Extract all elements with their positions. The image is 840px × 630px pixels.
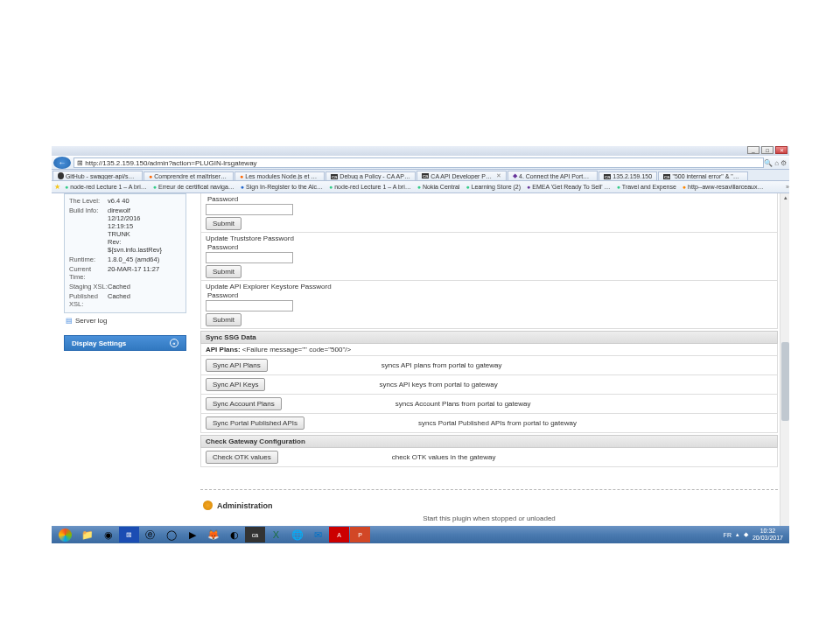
task-excel[interactable]: X — [266, 527, 286, 542]
task-firefox[interactable]: 🦊 — [203, 527, 223, 542]
api-plans-status: API Plans: API Plans: <Failure message="… — [200, 344, 778, 356]
windows-taskbar: 📁 ◉ ⊞ ⓔ ◯ ▶ 🦊 ◐ ca X 🌐 ✉ A P FR ▴ ◆ 10:3… — [52, 526, 789, 543]
task-ca[interactable]: ca — [245, 527, 265, 542]
browser-tab[interactable]: ●Les modules Node.js et NPM … — [234, 172, 325, 180]
truststore-title: Update Truststore Password — [206, 234, 773, 242]
info-row: Current Time:20-MAR-17 11:27 — [69, 265, 181, 281]
window-close-button[interactable]: ✕ — [775, 146, 788, 154]
info-row: Build Info:direwolf12/12/201612:19:15TRU… — [69, 206, 181, 254]
bookmarks-bar: ★ ●node-red Lecture 1 – A bri…●Erreur de… — [52, 181, 789, 193]
task-ie[interactable]: ⓔ — [140, 527, 160, 542]
system-info-panel: The Level:v6.4 40Build Info:direwolf12/1… — [64, 193, 186, 313]
sync-desc: syncs Portal Published APIs from portal … — [304, 419, 773, 427]
tray-icon-2[interactable]: ◆ — [744, 531, 748, 538]
browser-tab[interactable]: ◆4. Connect the API Portal to t… — [508, 171, 598, 180]
apiexp-title: Update API Explorer Keystore Password — [206, 283, 773, 290]
browser-tab[interactable]: caDebug a Policy - CA API Gate… — [326, 172, 416, 180]
task-outlook[interactable]: ✉ — [308, 527, 328, 542]
browser-tab[interactable]: ca135.2.159.150 — [598, 172, 657, 180]
task-app-1[interactable]: ◉ — [98, 527, 118, 542]
url-field[interactable]: ⊞ http://135.2.159.150/admin?action=PLUG… — [74, 158, 764, 168]
info-row: Staging XSL:Cached — [69, 283, 181, 290]
password-input[interactable] — [206, 204, 293, 215]
scroll-thumb[interactable] — [781, 342, 789, 421]
tray-icon[interactable]: ▴ — [736, 531, 739, 538]
info-row: The Level:v6.4 40 — [69, 197, 181, 205]
vertical-scrollbar[interactable]: ▴ ▾ — [780, 193, 789, 543]
bookmark-item[interactable]: ●Erreur de certificat naviga… — [150, 183, 237, 191]
gear-icon[interactable]: ⚙ — [780, 159, 787, 167]
window-titlebar: _ □ ✕ — [52, 146, 789, 156]
language-indicator[interactable]: FR — [724, 532, 732, 538]
truststore-submit-button[interactable]: Submit — [206, 265, 242, 278]
url-text: http://135.2.159.150/admin?action=PLUGIN… — [85, 159, 256, 167]
display-settings-header[interactable]: Display Settings « — [64, 335, 186, 351]
sync-desc: syncs Account Plans from portal to gatew… — [282, 400, 773, 408]
favorites-star-icon[interactable]: ★ — [54, 183, 60, 191]
info-row: Published XSL:Cached — [69, 292, 181, 308]
sync-row: Sync Portal Published APIssyncs Portal P… — [200, 414, 778, 433]
sync-button[interactable]: Sync API Plans — [206, 359, 268, 372]
page-content: The Level:v6.4 40Build Info:direwolf12/1… — [52, 193, 780, 543]
address-bar: ← ⊞ http://135.2.159.150/admin?action=PL… — [52, 157, 789, 170]
password-label: Password — [206, 195, 238, 203]
sync-button[interactable]: Sync Portal Published APIs — [206, 416, 304, 430]
truststore-password-input[interactable] — [206, 252, 293, 263]
sync-button[interactable]: Sync API Keys — [206, 378, 265, 391]
info-row: Runtime:1.8.0_45 (amd64) — [69, 256, 181, 263]
sync-ssg-header: Sync SSG Data — [200, 331, 778, 344]
window-minimize-button[interactable]: _ — [747, 146, 760, 154]
browser-tab[interactable]: caCA API Developer Portal: P…✕ — [416, 171, 507, 180]
plugin-note: Start this plugin when stopped or unload… — [200, 514, 778, 522]
sync-row: Sync Account Planssyncs Account Plans fr… — [200, 395, 778, 414]
back-button[interactable]: ← — [53, 157, 71, 169]
log-icon: ▤ — [66, 317, 73, 325]
bookmark-item[interactable]: ●Learning Store (2) — [463, 183, 523, 191]
browser-tab[interactable]: GitHub - swagger-api/swagg… — [52, 171, 143, 180]
sync-desc: syncs API keys from portal to gateway — [265, 381, 773, 388]
browser-tab[interactable]: ca"500 internal error" & "Asserti… — [658, 172, 748, 180]
system-tray: FR ▴ ◆ 10:32 20/03/2017 — [724, 528, 788, 542]
divider — [200, 489, 778, 490]
start-button[interactable] — [53, 527, 76, 542]
browser-tab[interactable]: ●Comprendre et maîtriser npm… — [144, 172, 234, 180]
bookmark-item[interactable]: ●node-red Lecture 1 – A bri… — [62, 183, 150, 191]
apiexp-password-input[interactable] — [206, 300, 293, 312]
server-log-link[interactable]: ▤ Server log — [64, 315, 186, 326]
task-media[interactable]: ▶ — [182, 527, 202, 542]
tab-close-icon[interactable]: ✕ — [496, 172, 501, 179]
task-globe[interactable]: 🌐 — [287, 527, 307, 542]
check-otk-desc: check OTK values in the gateway — [278, 453, 773, 461]
check-otk-button[interactable]: Check OTK values — [206, 451, 278, 464]
scroll-up-arrow[interactable]: ▴ — [781, 194, 789, 202]
search-icon[interactable]: 🔍 — [764, 159, 773, 167]
bookmark-item[interactable]: ●Sign In-Register to the Alc… — [238, 183, 326, 191]
sync-button[interactable]: Sync Account Plans — [206, 397, 282, 410]
browser-window: _ □ ✕ ← ⊞ http://135.2.159.150/admin?act… — [52, 146, 789, 543]
collapse-icon[interactable]: « — [170, 339, 178, 347]
site-icon: ⊞ — [77, 159, 83, 167]
sync-desc: syncs API plans from portal to gateway — [268, 361, 773, 369]
check-gateway-header: Check Gateway Configuration — [200, 435, 778, 448]
sync-row: Sync API Keyssyncs API keys from portal … — [200, 375, 778, 395]
tab-strip: GitHub - swagger-api/swagg…●Comprendre e… — [52, 170, 789, 181]
bookmark-item[interactable]: ●EMEA 'Get Ready To Sell' … — [524, 183, 613, 191]
sync-row: Sync API Planssyncs API plans from porta… — [200, 356, 778, 375]
submit-button[interactable]: Submit — [206, 217, 242, 230]
apiexp-submit-button[interactable]: Submit — [206, 313, 242, 326]
task-powerpoint[interactable]: P — [350, 527, 370, 542]
clock[interactable]: 10:32 20/03/2017 — [752, 528, 783, 542]
bookmarks-overflow-icon[interactable]: » — [786, 184, 789, 190]
bookmark-item[interactable]: ●node-red Lecture 1 – A bri… — [326, 183, 414, 191]
admin-gear-icon — [203, 500, 213, 510]
window-maximize-button[interactable]: □ — [761, 146, 774, 154]
task-chrome[interactable]: ◯ — [161, 527, 181, 542]
task-explorer[interactable]: 📁 — [77, 527, 97, 542]
task-app-3[interactable]: ◐ — [224, 527, 244, 542]
bookmark-item[interactable]: ●Nokia Central — [415, 183, 463, 191]
task-app-2[interactable]: ⊞ — [119, 527, 139, 542]
bookmark-item[interactable]: ●http--aww-resavillarceaux… — [680, 183, 766, 191]
task-pdf[interactable]: A — [329, 527, 349, 542]
home-icon[interactable]: ⌂ — [774, 159, 779, 167]
bookmark-item[interactable]: ●Travel and Expense — [614, 183, 679, 191]
